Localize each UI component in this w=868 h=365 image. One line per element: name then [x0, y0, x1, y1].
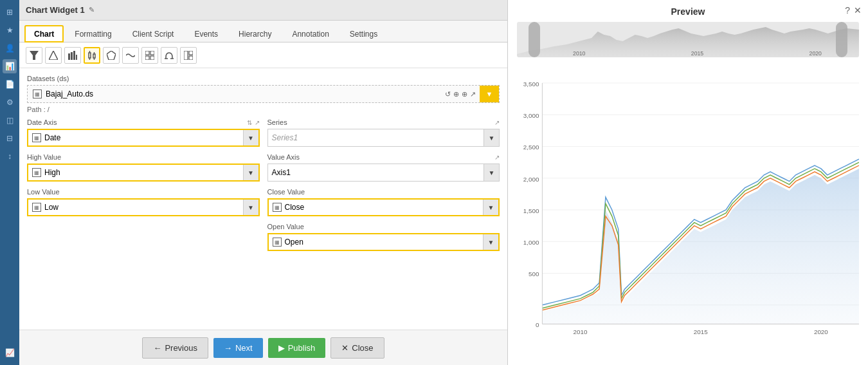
candlestick-tool[interactable]: [84, 47, 100, 64]
close-field-icon: ▦: [273, 203, 282, 212]
edit-icon[interactable]: ✎: [89, 6, 95, 14]
close-value-label: Close Value: [267, 188, 305, 196]
value-axis-label: Value Axis: [267, 153, 300, 161]
title-bar: Chart Widget 1 ✎: [19, 0, 507, 21]
high-value-select[interactable]: ▦ High ▼: [27, 164, 260, 182]
low-value-select[interactable]: ▦ Low ▼: [27, 198, 260, 216]
split-tool[interactable]: [180, 47, 197, 64]
date-axis-sort-icon[interactable]: ⇅: [247, 119, 252, 126]
sidebar-icon-chart[interactable]: 📊: [3, 59, 17, 73]
publish-button[interactable]: ▶ Publish: [268, 338, 326, 358]
sidebar-icon-layers[interactable]: ◫: [3, 113, 17, 127]
tab-settings[interactable]: Settings: [340, 25, 387, 42]
high-value-header: High Value: [27, 153, 260, 161]
panel-close-icon[interactable]: ✕: [854, 5, 862, 15]
bottom-bar: ← Previous → Next ▶ Publish ✕ Close: [19, 330, 507, 365]
low-value-group: Low Value ▦ Low ▼: [27, 188, 260, 216]
svg-text:2010: 2010: [573, 50, 585, 57]
low-value-dropdown[interactable]: ▼: [243, 200, 258, 215]
filter-tool[interactable]: [26, 47, 42, 64]
svg-rect-3: [71, 52, 73, 60]
dataset-actions: ↺ ⊕ ⊕ ↗: [445, 90, 476, 98]
series-select[interactable]: Series1 ▼: [267, 129, 500, 147]
sidebar-icon-star[interactable]: ★: [3, 23, 17, 37]
close-button[interactable]: ✕ Close: [330, 337, 384, 359]
tab-events[interactable]: Events: [185, 25, 228, 42]
pentagon-tool[interactable]: [103, 47, 120, 64]
svg-text:3,000: 3,000: [523, 112, 539, 119]
sidebar-icon-data[interactable]: ⊟: [3, 131, 17, 145]
date-axis-group: Date Axis ⇅ ↗ ▦ Date ▼: [27, 118, 260, 147]
close-value-group: Close Value ▦ Close ▼: [267, 188, 500, 216]
svg-rect-16: [150, 56, 154, 60]
open-value-select[interactable]: ▦ Open ▼: [267, 233, 500, 251]
value-axis-select[interactable]: Axis1 ▼: [267, 164, 500, 182]
dataset-input: ▦ Bajaj_Auto.ds: [28, 87, 480, 101]
high-value-dropdown[interactable]: ▼: [243, 165, 258, 180]
series-dropdown[interactable]: ▼: [484, 129, 499, 146]
widget-title: Chart Widget 1: [26, 5, 85, 15]
sidebar-icon-report[interactable]: 📈: [3, 346, 17, 360]
tab-chart[interactable]: Chart: [24, 25, 64, 42]
tab-annotation[interactable]: Annotation: [282, 25, 338, 42]
previous-button[interactable]: ← Previous: [142, 337, 208, 359]
dataset-dropdown[interactable]: ▼: [480, 86, 499, 102]
tab-client-script[interactable]: Client Script: [123, 25, 184, 42]
open-value-group: Open Value ▦ Open ▼: [267, 223, 500, 251]
mini-chart-svg: 2010 2015 2020: [517, 22, 859, 57]
close-value-dropdown[interactable]: ▼: [483, 200, 498, 215]
bar-chart-tool[interactable]: [64, 47, 81, 64]
series-arrow-icon[interactable]: ↗: [494, 119, 500, 126]
close-value-header: Close Value: [267, 188, 500, 196]
tab-hierarchy[interactable]: Hierarchy: [229, 25, 281, 42]
sidebar-icon-person[interactable]: 👤: [3, 41, 17, 55]
publish-arrow-icon: ▶: [278, 343, 285, 353]
refresh-icon[interactable]: ↺: [445, 90, 451, 98]
date-axis-dropdown[interactable]: ▼: [243, 130, 258, 145]
tab-formatting[interactable]: Formatting: [65, 25, 121, 42]
next-button[interactable]: → Next: [213, 338, 263, 358]
preview-title: Preview: [517, 6, 859, 17]
sidebar-icon-flow[interactable]: ↕: [3, 149, 17, 164]
mini-chart-handle-right[interactable]: [836, 22, 847, 57]
copy-icon[interactable]: ⊕: [453, 90, 459, 98]
wave-tool[interactable]: [122, 47, 139, 64]
mini-chart-handle-left[interactable]: [529, 22, 540, 57]
date-field-icon: ▦: [32, 133, 41, 142]
high-value-value: High: [44, 168, 60, 177]
open-value-header: Open Value: [267, 223, 500, 230]
close-value-select[interactable]: ▦ Close ▼: [267, 198, 500, 216]
main-chart-svg: 3,500 3,000 2,500 2,000 1,500 1,000 500 …: [517, 61, 859, 359]
mini-chart: 2010 2015 2020: [517, 22, 859, 57]
series-inner: Series1: [268, 129, 484, 146]
help-icon[interactable]: ?: [845, 5, 850, 15]
sidebar-icon-doc[interactable]: 📄: [3, 77, 17, 91]
add-icon[interactable]: ⊕: [462, 90, 467, 98]
date-axis-value: Date: [44, 133, 60, 142]
svg-text:500: 500: [529, 270, 539, 277]
svg-text:2015: 2015: [694, 328, 708, 335]
high-value-group: High Value ▦ High ▼: [27, 153, 260, 182]
svg-marker-12: [107, 51, 116, 60]
svg-marker-0: [30, 51, 39, 60]
grid-tool[interactable]: [141, 47, 158, 64]
date-axis-label: Date Axis: [27, 118, 57, 126]
triangle-tool[interactable]: [45, 47, 62, 64]
dataset-row: ▦ Bajaj_Auto.ds ↺ ⊕ ⊕ ↗ ▼: [27, 85, 500, 103]
value-axis-arrow-icon[interactable]: ↗: [494, 154, 500, 161]
date-axis-select[interactable]: ▦ Date ▼: [27, 129, 260, 147]
omega-tool[interactable]: [161, 47, 177, 64]
datasets-label: Datasets (ds): [27, 75, 500, 82]
date-axis-arrow-icon[interactable]: ↗: [255, 119, 260, 126]
open-value-dropdown[interactable]: ▼: [483, 234, 498, 250]
low-value-inner: ▦ Low: [28, 200, 243, 215]
value-axis-dropdown[interactable]: ▼: [484, 164, 499, 181]
link-icon[interactable]: ↗: [470, 90, 476, 98]
sidebar-icon-home[interactable]: ⊞: [3, 5, 17, 19]
series-header: Series ↗: [267, 118, 500, 126]
series-label: Series: [267, 118, 287, 126]
main-container: Chart Widget 1 ✎ Chart Formatting Client…: [19, 0, 868, 365]
svg-text:1,000: 1,000: [523, 239, 539, 246]
value-axis-inner: Axis1: [268, 164, 484, 181]
sidebar-icon-settings[interactable]: ⚙: [3, 95, 17, 109]
